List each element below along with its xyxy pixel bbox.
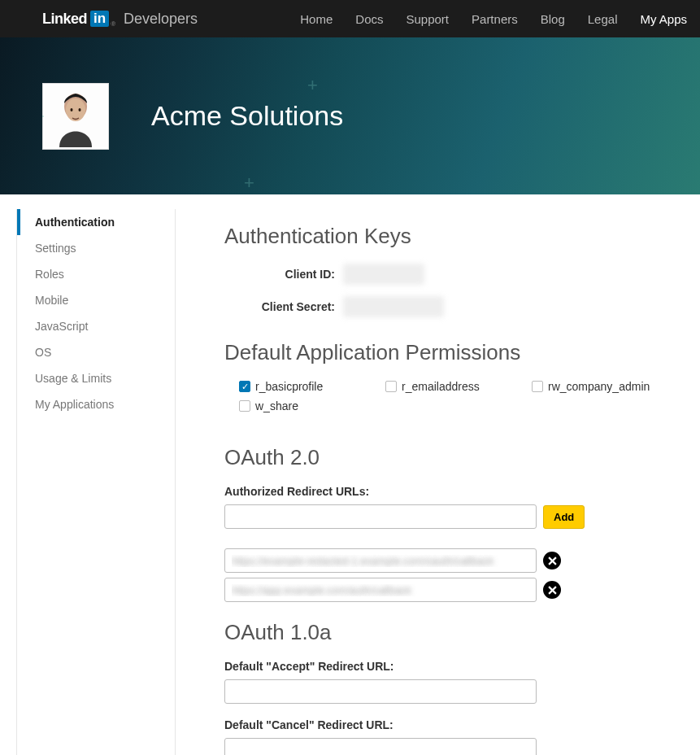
sidebar-item-roles[interactable]: Roles — [17, 261, 175, 287]
brand-linked-text: Linked — [42, 11, 87, 28]
checkbox-icon[interactable] — [239, 381, 250, 392]
redirect-url-input[interactable] — [224, 504, 537, 529]
nav-docs[interactable]: Docs — [355, 12, 383, 26]
permission-label: w_share — [255, 399, 298, 412]
svg-point-2 — [66, 98, 85, 121]
permission-rw-company-admin[interactable]: rw_company_admin — [532, 380, 694, 393]
permission-label: r_emailaddress — [402, 380, 480, 393]
accept-redirect-input[interactable] — [224, 679, 537, 704]
nav-partners[interactable]: Partners — [472, 12, 518, 26]
permission-label: r_basicprofile — [255, 380, 323, 393]
app-title: Acme Solutions — [151, 100, 343, 132]
redirect-url-entry[interactable] — [224, 578, 537, 602]
add-button[interactable]: Add — [543, 505, 585, 529]
oauth1-heading: OAuth 1.0a — [224, 620, 670, 645]
redirect-urls-label: Authorized Redirect URLs: — [224, 485, 670, 498]
accept-redirect-label: Default "Accept" Redirect URL: — [224, 660, 670, 673]
app-avatar — [42, 83, 109, 150]
main-content: Authentication Keys Client ID: Client Se… — [176, 194, 696, 755]
sidebar-item-os[interactable]: OS — [17, 339, 175, 365]
checkbox-icon[interactable] — [532, 381, 543, 392]
nav-links: Home Docs Support Partners Blog Legal My… — [300, 12, 687, 26]
client-secret-label: Client Secret: — [224, 300, 335, 313]
checkbox-icon[interactable] — [385, 381, 397, 392]
sidebar: Authentication Settings Roles Mobile Jav… — [16, 209, 176, 755]
hero-banner: + + Acme Solutions — [0, 37, 700, 194]
client-secret-value — [343, 296, 444, 317]
nav-home[interactable]: Home — [300, 12, 333, 26]
brand-logo[interactable]: Linked in ® Developers — [42, 11, 198, 28]
decorative-plus-icon: + — [307, 76, 322, 91]
svg-point-3 — [71, 108, 73, 111]
sidebar-item-javascript[interactable]: JavaScript — [17, 313, 175, 339]
sidebar-item-usage-limits[interactable]: Usage & Limits — [17, 365, 175, 391]
auth-keys-heading: Authentication Keys — [224, 224, 670, 249]
remove-button[interactable] — [543, 581, 561, 599]
sidebar-item-my-applications[interactable]: My Applications — [17, 391, 175, 417]
checkbox-icon[interactable] — [239, 400, 250, 412]
cancel-redirect-label: Default "Cancel" Redirect URL: — [224, 718, 670, 731]
svg-point-4 — [79, 108, 81, 111]
sidebar-item-settings[interactable]: Settings — [17, 235, 175, 261]
nav-blog[interactable]: Blog — [541, 12, 565, 26]
nav-support[interactable]: Support — [406, 12, 449, 26]
close-icon — [548, 556, 557, 565]
nav-legal[interactable]: Legal — [588, 12, 618, 26]
decorative-plus-icon: + — [244, 174, 259, 189]
brand-in-badge: in — [90, 11, 109, 27]
remove-button[interactable] — [543, 552, 561, 570]
nav-my-apps[interactable]: My Apps — [640, 12, 687, 26]
redirect-url-entry[interactable] — [224, 548, 537, 573]
close-icon — [548, 586, 557, 595]
avatar-icon — [45, 85, 107, 147]
permission-r-emailaddress[interactable]: r_emailaddress — [385, 380, 532, 393]
permission-label: rw_company_admin — [548, 380, 650, 393]
cancel-redirect-input[interactable] — [224, 738, 537, 755]
sidebar-item-mobile[interactable]: Mobile — [17, 287, 175, 313]
oauth2-heading: OAuth 2.0 — [224, 445, 670, 470]
top-nav: Linked in ® Developers Home Docs Support… — [0, 0, 700, 37]
registered-mark: ® — [111, 20, 115, 28]
permissions-heading: Default Application Permissions — [224, 340, 670, 365]
client-id-label: Client ID: — [224, 268, 335, 281]
permission-w-share[interactable]: w_share — [239, 399, 385, 412]
brand-developers-text: Developers — [124, 11, 198, 28]
sidebar-item-authentication[interactable]: Authentication — [17, 209, 175, 235]
client-id-value — [343, 264, 424, 285]
permission-r-basicprofile[interactable]: r_basicprofile — [239, 380, 385, 393]
